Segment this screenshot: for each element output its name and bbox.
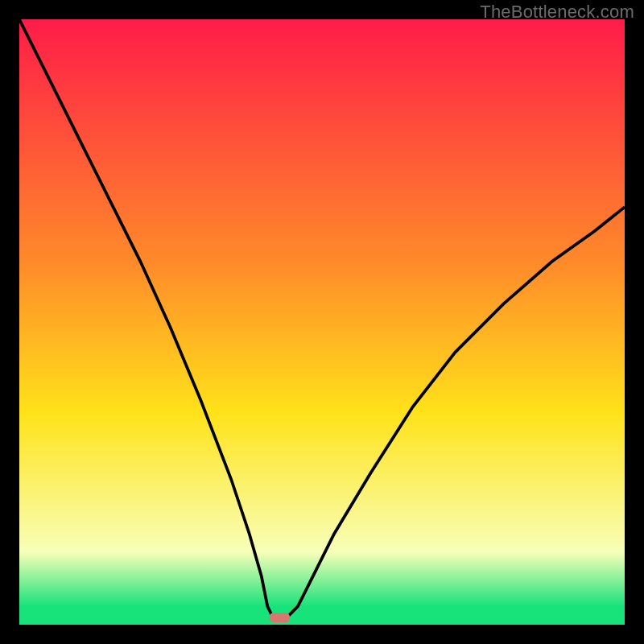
gradient-background	[19, 19, 625, 625]
optimum-marker	[270, 613, 291, 622]
chart-svg	[19, 19, 625, 625]
plot-area	[19, 19, 625, 625]
chart-frame: TheBottleneck.com	[0, 0, 644, 644]
